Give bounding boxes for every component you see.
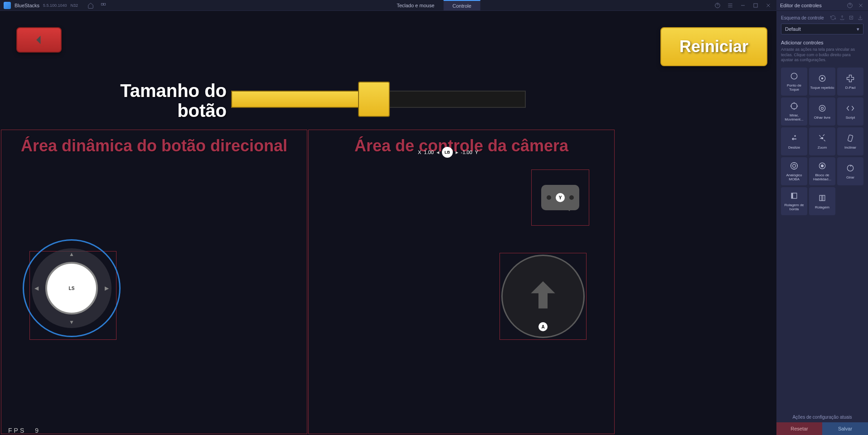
help-icon[interactable] xyxy=(846,2,853,9)
game-area: Reiniciar Tamanho do botão Área dinâmica… xyxy=(0,11,776,435)
zoom-icon xyxy=(817,133,827,143)
control-item-circle-dot[interactable]: Toque repetido xyxy=(809,68,835,96)
scroll-icon xyxy=(817,193,827,203)
control-label: D-Pad xyxy=(845,86,856,90)
jump-button-zone[interactable]: A xyxy=(499,253,587,340)
import-icon[interactable] xyxy=(857,14,863,21)
slider-handle[interactable] xyxy=(358,82,390,117)
lb-control-overlay[interactable]: X 1.00 ◀ LB ▶ -1.00 Y xyxy=(418,147,478,158)
swipe-icon xyxy=(789,133,799,143)
control-item-skill[interactable]: Bloco de Habilidad... xyxy=(809,157,835,185)
control-item-zoom[interactable]: Zoom xyxy=(809,127,835,155)
add-controls-section: Adicionar controles Arraste as ações na … xyxy=(776,38,868,220)
joystick-control[interactable]: ▲ ▼ ◀ ▶ LS xyxy=(32,248,112,328)
circle-dot-icon xyxy=(817,73,827,83)
chevron-right-icon: ▶ xyxy=(456,150,458,155)
svg-rect-20 xyxy=(791,193,793,198)
chat-bubble-icon: Y xyxy=(541,185,579,210)
maximize-icon[interactable] xyxy=(752,2,759,9)
controls-palette: Ponto de ToqueToque repetidoD-PadMirar, … xyxy=(781,68,863,215)
svg-point-11 xyxy=(821,107,824,109)
sidebar-header: Editor de controles xyxy=(776,0,868,11)
triangle-left-icon: ◀ xyxy=(34,285,39,291)
control-label: Girar xyxy=(846,176,854,180)
add-controls-desc: Arraste as ações na tela para vincular a… xyxy=(781,47,863,63)
app-instance: N32 xyxy=(71,3,78,8)
button-size-label: Tamanho do botão xyxy=(109,81,227,121)
help-icon[interactable] xyxy=(714,2,721,9)
tab-controller[interactable]: Controle xyxy=(443,0,480,10)
titlebar-left: BlueStacks 5.5.100.1040 N32 xyxy=(0,2,107,9)
bluestacks-logo-icon xyxy=(4,2,11,9)
svg-point-6 xyxy=(791,73,797,79)
controls-editor-sidebar: Editor de controles Esquema de controle … xyxy=(776,0,868,435)
new-icon[interactable] xyxy=(848,14,854,21)
skill-icon xyxy=(817,161,827,171)
control-item-scroll[interactable]: Rolagem xyxy=(809,187,835,215)
dpad-zone-title: Área dinâmica do botão direcional xyxy=(1,136,307,155)
control-label: Olhar livre xyxy=(814,116,830,120)
slider-fill xyxy=(231,91,360,108)
titlebar-tabs: Teclado e mouse Controle xyxy=(388,0,480,10)
sidebar-footer: Ações de configuração atuais Resetar Sal… xyxy=(776,412,868,435)
dot-icon xyxy=(547,195,551,200)
control-item-swipe[interactable]: Deslize xyxy=(781,127,807,155)
home-icon[interactable] xyxy=(87,2,94,9)
dot-icon xyxy=(569,195,574,200)
export-icon[interactable] xyxy=(839,14,845,21)
control-label: Bloco de Habilidad... xyxy=(810,174,834,182)
svg-point-18 xyxy=(847,165,853,171)
y-button-badge: Y xyxy=(556,193,565,202)
control-label: Deslize xyxy=(788,146,800,150)
back-button[interactable] xyxy=(16,27,62,53)
triangle-up-icon: ▲ xyxy=(69,251,74,257)
scheme-section: Esquema de controle Default xyxy=(776,11,868,38)
moba-icon xyxy=(789,161,799,171)
lb-suffix: Y xyxy=(475,150,478,155)
control-item-crosshair[interactable]: Mirar, Moviment... xyxy=(781,97,807,126)
reset-button[interactable]: Reiniciar xyxy=(660,27,767,66)
chevron-left-icon: ◀ xyxy=(436,150,439,155)
control-item-rotate[interactable]: Girar xyxy=(837,157,863,185)
control-item-dpad[interactable]: D-Pad xyxy=(837,68,863,96)
svg-rect-3 xyxy=(754,3,757,7)
control-item-script[interactable]: Script xyxy=(837,97,863,126)
chevron-left-icon xyxy=(33,34,45,46)
lb-prefix: X xyxy=(418,150,421,155)
app-version: 5.5.100.1040 xyxy=(43,3,67,8)
fps-label-text: FPS xyxy=(8,427,26,434)
recents-icon[interactable] xyxy=(100,2,107,9)
close-icon[interactable] xyxy=(765,2,772,9)
dpad-icon xyxy=(845,73,855,83)
control-label: Toque repetido xyxy=(810,86,834,90)
tab-keyboard-mouse[interactable]: Teclado e mouse xyxy=(388,0,443,10)
reset-button[interactable]: Resetar xyxy=(776,422,822,435)
rotate-icon xyxy=(845,163,855,173)
svg-point-15 xyxy=(793,164,796,168)
add-controls-title: Adicionar controles xyxy=(781,40,863,45)
control-item-edge-scroll[interactable]: Rolagem de borda xyxy=(781,187,807,215)
window-controls xyxy=(714,2,777,9)
svg-point-9 xyxy=(791,103,797,109)
control-label: Inclinar xyxy=(844,146,856,150)
lb-button-badge: LB xyxy=(442,147,453,158)
control-item-circle[interactable]: Ponto de Toque xyxy=(781,68,807,96)
svg-rect-0 xyxy=(101,3,103,5)
menu-icon[interactable] xyxy=(727,2,734,9)
fps-display: FPS 9 xyxy=(3,427,39,434)
config-actions-link[interactable]: Ações de configuração atuais xyxy=(776,412,868,422)
arrow-up-icon xyxy=(525,278,561,314)
chat-button-zone[interactable]: Y xyxy=(531,169,589,226)
control-item-moba[interactable]: Analógico MOBA xyxy=(781,157,807,185)
control-item-eye-circle[interactable]: Olhar livre xyxy=(809,97,835,126)
scheme-dropdown[interactable]: Default xyxy=(781,24,863,34)
refresh-icon[interactable] xyxy=(830,14,836,21)
joystick-knob[interactable]: LS xyxy=(45,262,98,314)
svg-point-14 xyxy=(791,163,798,169)
minimize-icon[interactable] xyxy=(739,2,747,9)
control-label: Mirar, Moviment... xyxy=(782,114,806,122)
circle-icon xyxy=(789,71,799,81)
save-button[interactable]: Salvar xyxy=(822,422,868,435)
control-item-tilt[interactable]: Inclinar xyxy=(837,127,863,155)
close-icon[interactable] xyxy=(857,2,864,9)
